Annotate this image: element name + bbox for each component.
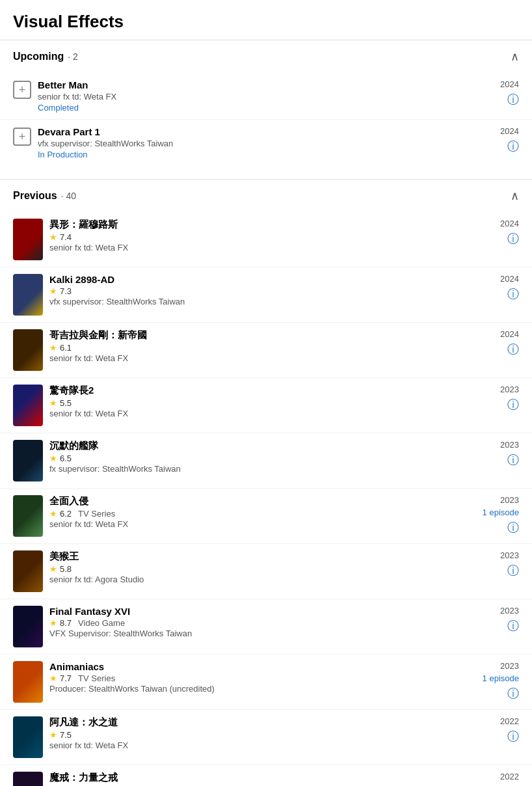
info-icon[interactable]: ⓘ: [507, 729, 519, 744]
item-year: 2023: [500, 606, 519, 616]
info-icon[interactable]: ⓘ: [507, 686, 519, 701]
star-icon: ★: [49, 673, 57, 683]
info-icon[interactable]: ⓘ: [507, 618, 519, 634]
add-devara-button[interactable]: +: [13, 128, 31, 146]
item-info: 沉默的艦隊 ★ 6.5 fx supervisor: StealthWorks …: [49, 440, 460, 475]
item-year: 2024: [500, 274, 519, 284]
upcoming-section-header[interactable]: Upcoming · 2 ∧: [0, 40, 532, 73]
rating-value: 7.3: [60, 286, 72, 296]
better-man-info-icon[interactable]: ⓘ: [507, 92, 519, 107]
item-year: 2024: [500, 219, 519, 228]
thumbnail: [13, 440, 43, 481]
item-title: 全面入侵: [49, 495, 460, 508]
item-title: 哥吉拉與金剛：新帝國: [49, 329, 460, 342]
thumb-image: [13, 274, 43, 316]
item-meta: fx supervisor: StealthWorks Taiwan: [49, 464, 460, 474]
list-item: Final Fantasy XVI ★ 8.7 Video Game VFX S…: [0, 599, 532, 654]
info-icon[interactable]: ⓘ: [507, 342, 519, 357]
better-man-meta: senior fx td: Weta FX: [38, 92, 460, 102]
list-item: 哥吉拉與金剛：新帝國 ★ 6.1 senior fx td: Weta FX 2…: [0, 322, 532, 377]
item-badge: TV Series: [78, 509, 115, 519]
item-rating: ★ 6.5: [49, 454, 460, 463]
item-meta: senior fx td: Weta FX: [49, 740, 460, 750]
thumb-image: [13, 385, 43, 426]
svg-rect-10: [13, 772, 43, 786]
better-man-status[interactable]: Completed: [38, 103, 460, 113]
rating-value: 6.5: [60, 454, 72, 463]
list-item: 美猴王 ★ 5.8 senior fx td: Agora Studio 202…: [0, 543, 532, 599]
svg-rect-2: [13, 329, 43, 371]
add-better-man-button[interactable]: +: [13, 81, 31, 99]
upcoming-chevron-icon: ∧: [511, 49, 519, 64]
item-title: 阿凡達：水之道: [49, 716, 460, 729]
devara-title: Devara Part 1: [38, 126, 460, 137]
star-icon: ★: [49, 232, 57, 242]
thumbnail: [13, 772, 43, 786]
star-icon: ★: [49, 730, 57, 740]
item-info: 驚奇隊長2 ★ 5.5 senior fx td: Weta FX: [49, 385, 460, 420]
item-meta: senior fx td: Weta FX: [49, 409, 460, 418]
info-icon[interactable]: ⓘ: [507, 563, 519, 578]
svg-rect-0: [13, 219, 43, 260]
item-right: 2023 ⓘ: [467, 440, 519, 468]
info-icon[interactable]: ⓘ: [507, 520, 519, 535]
better-man-title: Better Man: [38, 79, 460, 90]
item-rating: ★ 5.5: [49, 398, 460, 408]
item-meta: vfx supervisor: StealthWorks Taiwan: [49, 297, 460, 306]
item-info: 魔戒：力量之戒 ★ 6.9 TV Series senior fx td: We…: [49, 772, 460, 786]
star-icon: ★: [49, 343, 57, 353]
item-year: 2023: [500, 661, 519, 671]
thumb-image: [13, 550, 43, 592]
devara-status[interactable]: In Production: [38, 150, 460, 159]
thumb-image: [13, 716, 43, 758]
item-info: 全面入侵 ★ 6.2 TV Series senior fx td: Weta …: [49, 495, 460, 530]
info-icon[interactable]: ⓘ: [507, 452, 519, 468]
item-title: Kalki 2898-AD: [49, 274, 460, 285]
list-item: 沉默的艦隊 ★ 6.5 fx supervisor: StealthWorks …: [0, 433, 532, 488]
svg-rect-3: [13, 385, 43, 426]
thumb-image: [13, 772, 43, 786]
rating-value: 8.7: [60, 618, 72, 628]
info-icon[interactable]: ⓘ: [507, 231, 519, 247]
list-item: 阿凡達：水之道 ★ 7.5 senior fx td: Weta FX 2022…: [0, 709, 532, 765]
star-icon: ★: [49, 564, 57, 574]
item-rating: ★ 6.2 TV Series: [49, 509, 460, 519]
devara-info: Devara Part 1 vfx supervisor: StealthWor…: [38, 126, 460, 159]
item-info: Animaniacs ★ 7.7 TV Series Producer: Ste…: [49, 661, 460, 695]
item-rating: ★ 6.1: [49, 343, 460, 353]
list-item: 全面入侵 ★ 6.2 TV Series senior fx td: Weta …: [0, 488, 532, 543]
item-rating: ★ 7.7 TV Series: [49, 673, 460, 683]
item-rating: ★ 7.5: [49, 730, 460, 740]
item-right: 2022 3 episodes ⓘ: [467, 772, 519, 786]
item-year: 2023: [500, 440, 519, 450]
devara-info-icon[interactable]: ⓘ: [507, 139, 519, 154]
item-right: 2024 ⓘ: [467, 219, 519, 247]
thumbnail: [13, 606, 43, 647]
info-icon[interactable]: ⓘ: [507, 286, 519, 302]
info-icon[interactable]: ⓘ: [507, 397, 519, 413]
rating-value: 5.8: [60, 564, 72, 574]
thumbnail: [13, 274, 43, 316]
list-item: Kalki 2898-AD ★ 7.3 vfx supervisor: Stea…: [0, 267, 532, 322]
thumbnail: [13, 219, 43, 260]
rating-value: 7.5: [60, 730, 72, 740]
upcoming-section: Upcoming · 2 ∧ + Better Man senior fx td…: [0, 40, 532, 169]
previous-section-header[interactable]: Previous · 40 ∧: [0, 180, 532, 212]
star-icon: ★: [49, 286, 57, 296]
devara-meta: vfx supervisor: StealthWorks Taiwan: [38, 139, 460, 148]
better-man-right: 2024 ⓘ: [467, 79, 519, 107]
item-info: 美猴王 ★ 5.8 senior fx td: Agora Studio: [49, 550, 460, 586]
item-year: 2022: [500, 716, 519, 726]
item-meta: Producer: StealthWorks Taiwan (uncredite…: [49, 684, 460, 694]
list-item: + Better Man senior fx td: Weta FX Compl…: [0, 73, 532, 119]
item-info: Kalki 2898-AD ★ 7.3 vfx supervisor: Stea…: [49, 274, 460, 308]
thumbnail: [13, 385, 43, 426]
previous-section: Previous · 40 ∧ 異形：羅穆路斯 ★ 7.4 senior fx …: [0, 179, 532, 786]
item-rating: ★ 5.8: [49, 564, 460, 574]
item-info: Final Fantasy XVI ★ 8.7 Video Game VFX S…: [49, 606, 460, 640]
svg-rect-1: [13, 274, 43, 316]
svg-rect-5: [13, 495, 43, 537]
list-item: Animaniacs ★ 7.7 TV Series Producer: Ste…: [0, 654, 532, 709]
item-right: 2023 ⓘ: [467, 550, 519, 578]
svg-rect-7: [13, 606, 43, 647]
